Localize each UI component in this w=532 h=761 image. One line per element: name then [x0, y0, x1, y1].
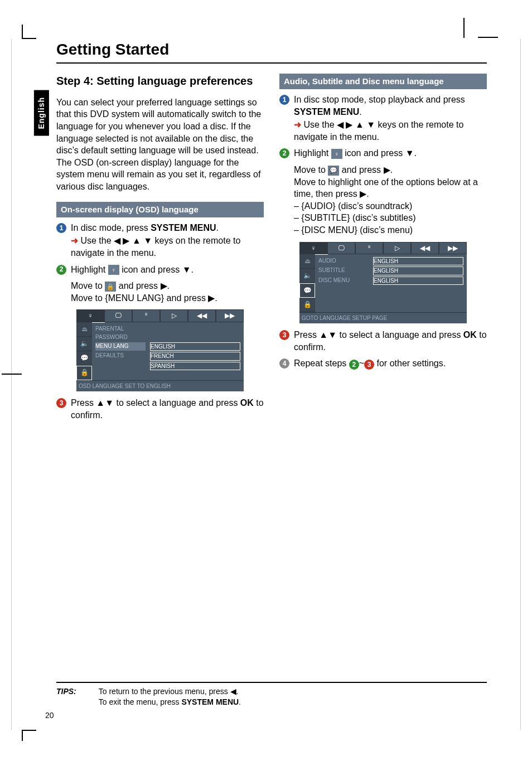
- list-item: {DISC MENU} (disc’s menu): [294, 224, 487, 236]
- screen-tab: ♀: [76, 309, 104, 322]
- screen-row-label: DISC MENU: [318, 277, 369, 285]
- screen-tab: ▶▶: [439, 242, 467, 254]
- page-content: Getting Started Step 4: Setting language…: [12, 39, 520, 730]
- text: Move to: [294, 165, 328, 175]
- step-b2: 2 Highlight ♀ icon and press ▼.: [279, 147, 487, 159]
- list-item: {AUDIO} (disc’s soundtrack): [294, 200, 487, 212]
- screen-row-value: ENGLISH: [373, 257, 463, 266]
- screen-tab: ▶▶: [216, 309, 244, 322]
- right-column: Audio, Subtitle and Disc menu language 1…: [279, 70, 487, 425]
- screen-tab: ᴵᴵ: [132, 309, 160, 322]
- page-title: Getting Started: [56, 39, 487, 64]
- text: icon and press ▼.: [342, 148, 417, 158]
- screen-row: MENU LANGENGLISH: [94, 342, 241, 352]
- bullet-3-icon: 3: [56, 398, 66, 408]
- system-menu-label: SYSTEM MENU: [294, 107, 359, 117]
- screen-status: GOTO LANGUAGE SETUP PAGE: [299, 312, 467, 324]
- screen-tab: ᴵᴵ: [355, 242, 383, 254]
- text: Repeat steps: [294, 358, 349, 368]
- screen-tab: 🖵: [104, 309, 132, 322]
- screen-sidebar-icon: ⏏: [299, 254, 315, 269]
- section-heading: Step 4: Setting language preferences: [56, 74, 264, 89]
- step-a2: 2 Highlight ♀ icon and press ▼.: [56, 264, 264, 276]
- ok-label: OK: [463, 330, 477, 340]
- screen-row-label: SUBTITLE: [318, 266, 369, 275]
- step-title: Setting language preferences: [96, 75, 253, 87]
- screen-row-value: ENGLISH: [150, 342, 240, 351]
- screen-row: AUDIOENGLISH: [317, 256, 465, 266]
- substep-b2-2: Move to highlight one of the options bel…: [294, 176, 487, 200]
- bullet-3-icon: 3: [279, 330, 289, 340]
- screen-row: SPANISH: [94, 361, 241, 371]
- screen-sidebar-icon: ⏏: [76, 322, 92, 337]
- person-icon: ♀: [331, 149, 342, 159]
- arrow-icon: ➜: [71, 236, 80, 245]
- screen-tab: ▷: [160, 309, 188, 322]
- screen-tab: ▷: [383, 242, 411, 254]
- step-a1: 1 In disc mode, press SYSTEM MENU. ➜ Use…: [56, 222, 264, 259]
- substep-b2-1: Move to 💬 and press ▶.: [294, 164, 487, 176]
- substep-a2-1: Move to 🔒 and press ▶.: [71, 280, 264, 292]
- screen-row-value: [150, 333, 240, 341]
- step-b4: 4 Repeat steps 2~3 for other settings.: [279, 357, 487, 370]
- speech-icon: 💬: [328, 166, 339, 176]
- screen-row-label: AUDIO: [318, 257, 369, 266]
- text: Highlight: [294, 148, 331, 158]
- text: icon and press ▼.: [119, 265, 194, 274]
- screen-sidebar-icon: 🔒: [76, 366, 92, 380]
- text: Press ▲▼ to select a language and press: [71, 398, 240, 408]
- screen-row: PARENTAL: [94, 324, 241, 333]
- screen-sidebar-icon: 🔈: [76, 337, 92, 351]
- text: In disc stop mode, stop playback and pre…: [294, 95, 465, 104]
- bullet-4-icon: 4: [279, 358, 289, 369]
- text: .: [239, 697, 241, 706]
- screen-sidebar-icon: 💬: [76, 351, 92, 366]
- step-b3: 3 Press ▲▼ to select a language and pres…: [279, 329, 487, 353]
- bullet-1-icon: 1: [56, 223, 66, 233]
- list-item: {SUBTITLE} (disc’s subtitles): [294, 212, 487, 224]
- screen-tab: ◀◀: [411, 242, 439, 254]
- text: To exit the menu, press: [99, 697, 182, 706]
- screen-row-label: PARENTAL: [95, 325, 146, 333]
- text: and press ▶.: [116, 281, 170, 290]
- band-audio: Audio, Subtitle and Disc menu language: [279, 74, 487, 89]
- screen-tab: 🖵: [327, 242, 355, 254]
- text: .: [216, 223, 219, 232]
- screen-row-value: FRENCH: [150, 352, 240, 361]
- tip-line: To return to the previous menu, press ◀.: [99, 686, 241, 697]
- bullet-2-icon: 2: [279, 148, 289, 158]
- screen-status: OSD LANGUAGE SET TO ENGLISH: [76, 380, 244, 392]
- text: Move to: [71, 281, 105, 290]
- text: Press ▲▼ to select a language and press: [294, 330, 463, 340]
- substep-a2-2: Move to {MENU LANG} and press ▶.: [71, 292, 264, 304]
- text: .: [359, 107, 361, 117]
- osd-screenshot-b: ♀🖵ᴵᴵ▷◀◀▶▶ ⏏🔈💬🔒 AUDIOENGLISHSUBTITLEENGLI…: [299, 242, 467, 324]
- text: and press ▶.: [339, 165, 393, 175]
- screen-row: DISC MENUENGLISH: [317, 276, 465, 286]
- tips-label: TIPS:: [56, 686, 76, 697]
- screen-sidebar-icon: 💬: [299, 283, 315, 298]
- bullet-2-icon: 2: [56, 265, 66, 275]
- screen-tab: ♀: [299, 242, 327, 254]
- screen-sidebar-icon: 🔒: [299, 298, 315, 312]
- screen-row-value: ENGLISH: [373, 277, 463, 285]
- person-icon: ♀: [108, 265, 119, 275]
- left-column: Step 4: Setting language preferences You…: [56, 70, 264, 425]
- step-a3: 3 Press ▲▼ to select a language and pres…: [56, 397, 264, 421]
- text: In disc mode, press: [71, 223, 151, 232]
- side-tab-english: English: [34, 90, 49, 136]
- screen-row: SUBTITLEENGLISH: [317, 266, 465, 276]
- intro-paragraph: You can select your preferred language s…: [56, 96, 264, 193]
- text: Use the ◀ ▶ ▲ ▼ keys on the remote to na…: [294, 120, 463, 142]
- option-list: {AUDIO} (disc’s soundtrack) {SUBTITLE} (…: [294, 200, 487, 236]
- system-menu-label: SYSTEM MENU: [151, 223, 216, 232]
- text: for other settings.: [374, 358, 446, 368]
- system-menu-label: SYSTEM MENU: [181, 697, 239, 706]
- step-number: Step 4:: [56, 75, 96, 87]
- bullet-1-icon: 1: [279, 95, 289, 105]
- lock-icon: 🔒: [105, 282, 116, 292]
- step-b1: 1 In disc stop mode, stop playback and p…: [279, 94, 487, 143]
- page-number: 20: [45, 710, 54, 721]
- ok-label: OK: [240, 398, 254, 408]
- screen-row-label: DEFAULTS: [95, 352, 146, 361]
